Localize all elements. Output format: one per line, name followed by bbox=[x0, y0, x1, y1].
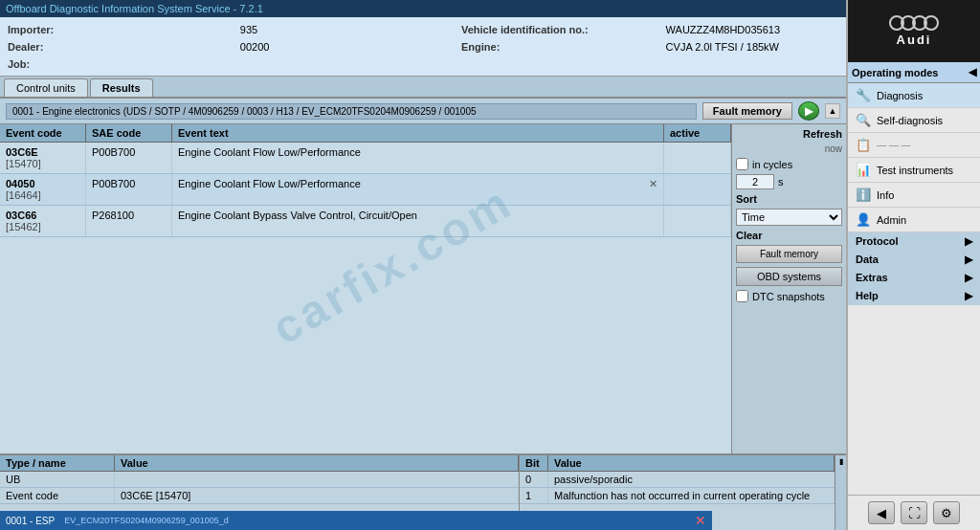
cycles-num-row: 2 s bbox=[736, 174, 842, 189]
sidebar-item-self-diagnosis[interactable]: 🔍 Self-diagnosis bbox=[848, 108, 980, 133]
clear-fault-memory-button[interactable]: Fault memory bbox=[736, 245, 842, 263]
sidebar-item-info[interactable]: ℹ️ Info bbox=[848, 183, 980, 208]
scroll-thumb[interactable]: ▮ bbox=[839, 457, 843, 466]
engine-label: Engine: bbox=[461, 41, 657, 53]
audi-text: Audi bbox=[897, 33, 932, 47]
list-item: Event code 03C6E [15470] bbox=[0, 488, 519, 504]
left-info: Importer: 935 Dealer: 00200 Job: bbox=[0, 17, 454, 76]
audi-rings bbox=[889, 15, 939, 31]
tab-results[interactable]: Results bbox=[90, 78, 153, 97]
bottom-right-header: Bit Value bbox=[520, 455, 835, 472]
cycles-unit: s bbox=[778, 176, 784, 188]
tab-control-units[interactable]: Control units bbox=[4, 78, 88, 97]
extras-label: Extras bbox=[856, 272, 888, 284]
help-section[interactable]: Help ▶ bbox=[848, 287, 980, 305]
protocol-arrow: ▶ bbox=[965, 235, 972, 248]
guided-label: — — — bbox=[877, 140, 911, 150]
type-name-cell: UB bbox=[0, 473, 115, 486]
table-row[interactable]: 03C6E [15470] P00B700 Engine Coolant Flo… bbox=[0, 143, 731, 174]
cycles-input[interactable]: 2 bbox=[736, 174, 774, 189]
help-arrow: ▶ bbox=[965, 290, 972, 302]
titlebar: Offboard Diagnostic Information System S… bbox=[0, 0, 980, 17]
in-cycles-checkbox[interactable] bbox=[736, 158, 748, 170]
sidebar-item-diagnosis[interactable]: 🔧 Diagnosis bbox=[848, 83, 980, 108]
type-name-header: Type / name bbox=[0, 455, 115, 471]
table-row[interactable]: 03C66 [15462] P268100 Engine Coolant Byp… bbox=[0, 206, 731, 237]
ecu-navigate-button[interactable]: ▶ bbox=[798, 101, 819, 121]
col-active: active bbox=[664, 124, 731, 142]
bit-value-cell: Malfunction has not occurred in current … bbox=[548, 489, 835, 502]
dtc-snapshots-checkbox[interactable] bbox=[736, 290, 748, 302]
dismiss-icon[interactable]: ✕ bbox=[649, 178, 657, 190]
operating-modes-header: Operating modes ◀ bbox=[848, 62, 980, 83]
ev-label: EV_ECM20TFS0204M0906259_001005_d bbox=[64, 516, 685, 525]
sidebar-item-admin[interactable]: 👤 Admin bbox=[848, 208, 980, 232]
fault-rows: 03C6E [15470] P00B700 Engine Coolant Flo… bbox=[0, 143, 731, 453]
col-event-code: Event code bbox=[0, 124, 86, 142]
main-content: Control units Results 0001 - Engine elec… bbox=[0, 77, 846, 530]
bit-cell: 1 bbox=[520, 489, 548, 502]
list-item: UB bbox=[0, 472, 519, 488]
sae-code-cell: P00B700 bbox=[86, 174, 172, 205]
sort-select[interactable]: Time Code SAE bbox=[736, 209, 842, 226]
engine-value: CVJA 2.0l TFSI / 185kW bbox=[666, 41, 848, 53]
fault-area: Event code SAE code Event text active 03… bbox=[0, 124, 846, 453]
sae-code-cell: P00B700 bbox=[86, 143, 172, 173]
table-row[interactable]: 04050 [16464] P00B700 Engine Coolant Flo… bbox=[0, 174, 731, 206]
app-title: Offboard Diagnostic Information System S… bbox=[6, 3, 926, 14]
data-section[interactable]: Data ▶ bbox=[848, 251, 980, 269]
value-cell bbox=[115, 473, 519, 486]
self-diagnosis-icon: 🔍 bbox=[856, 113, 871, 127]
nav-settings-button[interactable]: ⚙ bbox=[933, 501, 960, 524]
active-cell bbox=[664, 143, 731, 173]
diagnosis-label: Diagnosis bbox=[877, 90, 923, 101]
fault-table-header: Event code SAE code Event text active bbox=[0, 124, 731, 143]
bottom-left-header: Type / name Value bbox=[0, 455, 519, 472]
list-item: 0 passive/sporadic bbox=[520, 472, 835, 488]
admin-icon: 👤 bbox=[856, 212, 871, 227]
event-text-cell: Engine Coolant Flow Low/Performance ✕ bbox=[172, 174, 664, 205]
test-instruments-icon: 📊 bbox=[856, 163, 871, 177]
type-name-cell: Event code bbox=[0, 489, 115, 502]
test-instruments-label: Test instruments bbox=[877, 165, 953, 176]
bit-cell: 0 bbox=[520, 473, 548, 486]
obd-systems-button[interactable]: OBD systems bbox=[736, 267, 842, 286]
active-cell bbox=[664, 174, 731, 205]
tab-strip: Control units Results bbox=[0, 77, 846, 99]
statusbar-close[interactable]: ✕ bbox=[695, 513, 706, 528]
protocol-label: Protocol bbox=[856, 235, 899, 248]
bit-value-cell: passive/sporadic bbox=[548, 473, 835, 486]
dtc-snapshots-label: DTC snapshots bbox=[752, 291, 825, 302]
info-icon: ℹ️ bbox=[856, 188, 871, 202]
info-label: Info bbox=[877, 189, 894, 201]
nav-fullscreen-button[interactable]: ⛶ bbox=[901, 501, 927, 524]
right-panel: Refresh now in cycles 2 s Sort Time Code… bbox=[731, 124, 846, 453]
bottom-scroll: ▮ bbox=[835, 455, 846, 530]
event-code-cell: 03C66 [15462] bbox=[0, 206, 86, 236]
self-diagnosis-label: Self-diagnosis bbox=[877, 115, 943, 126]
diagnosis-icon: 🔧 bbox=[856, 88, 871, 102]
dtc-snapshots-row: DTC snapshots bbox=[736, 290, 842, 302]
fault-memory-button[interactable]: Fault memory bbox=[702, 102, 792, 120]
sidebar-item-guided[interactable]: 📋 — — — bbox=[848, 133, 980, 158]
list-item: 1 Malfunction has not occurred in curren… bbox=[520, 488, 835, 504]
center-info: Vehicle identification no.: WAUZZZ4M8HD0… bbox=[454, 17, 856, 76]
esp-status: 0001 - ESP bbox=[6, 516, 55, 526]
modes-arrow: ◀ bbox=[969, 66, 976, 78]
fault-table: Event code SAE code Event text active 03… bbox=[0, 124, 731, 453]
in-cycles-row: in cycles bbox=[736, 158, 842, 170]
operating-modes-label: Operating modes bbox=[852, 67, 938, 78]
scroll-up-button[interactable]: ▲ bbox=[825, 103, 840, 119]
statusbar: 0001 - ESP EV_ECM20TFS0204M0906259_00100… bbox=[0, 511, 712, 530]
dealer-value: 00200 bbox=[240, 41, 446, 53]
sidebar-item-test-instruments[interactable]: 📊 Test instruments bbox=[848, 158, 980, 183]
nav-back-button[interactable]: ◀ bbox=[868, 501, 895, 524]
guided-icon: 📋 bbox=[856, 138, 871, 152]
extras-arrow: ▶ bbox=[965, 272, 972, 284]
data-label: Data bbox=[856, 254, 879, 266]
importer-label: Importer: bbox=[8, 24, 231, 35]
extras-section[interactable]: Extras ▶ bbox=[848, 269, 980, 287]
vin-value: WAUZZZ4M8HD035613 bbox=[666, 24, 848, 35]
nav-buttons: ◀ ⛶ ⚙ bbox=[848, 495, 980, 530]
protocol-section[interactable]: Protocol ▶ bbox=[848, 232, 980, 251]
